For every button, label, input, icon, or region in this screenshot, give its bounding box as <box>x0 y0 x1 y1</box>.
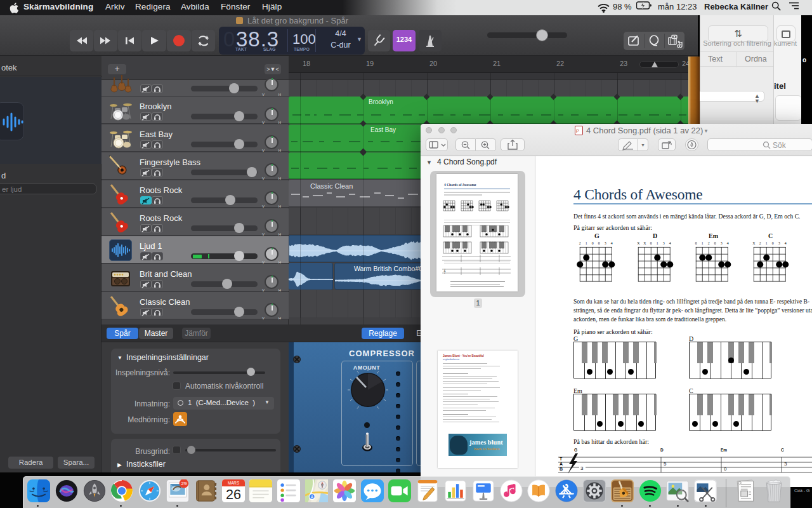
svg-text:3: 3 <box>784 461 787 467</box>
svg-text:0: 0 <box>714 241 716 245</box>
svg-text:X: X <box>752 241 756 245</box>
svg-text:26: 26 <box>226 486 241 502</box>
svg-text:X: X <box>643 241 646 245</box>
svg-text:B: B <box>560 467 563 471</box>
svg-text:3: 3 <box>663 241 665 245</box>
svg-text:2: 2 <box>579 241 581 245</box>
svg-text:0: 0 <box>695 241 697 245</box>
svg-text:0: 0 <box>772 241 774 245</box>
svg-text:MARS: MARS <box>228 481 239 485</box>
svg-text:1: 1 <box>657 241 658 245</box>
svg-text:5: 5 <box>664 461 667 467</box>
svg-text:P: P <box>576 129 579 133</box>
svg-text:A: A <box>560 462 563 466</box>
svg-text:3: 3 <box>778 241 780 245</box>
svg-text:3: 3 <box>580 465 584 471</box>
svg-text:1: 1 <box>586 241 587 245</box>
svg-text:3: 3 <box>721 241 723 245</box>
svg-text:0: 0 <box>650 241 652 245</box>
svg-text:2: 2 <box>708 241 710 245</box>
svg-text:1: 1 <box>766 241 768 245</box>
svg-text:T: T <box>560 457 563 461</box>
svg-text:X: X <box>637 241 640 245</box>
svg-text:3: 3 <box>605 241 606 245</box>
svg-text:29: 29 <box>181 481 187 486</box>
svg-text:0: 0 <box>598 241 600 245</box>
svg-text:4: 4 <box>785 241 787 245</box>
svg-text:1: 1 <box>702 241 704 245</box>
svg-text:4: 4 <box>669 241 671 245</box>
svg-text:2: 2 <box>759 241 761 245</box>
svg-text:0: 0 <box>724 466 727 472</box>
svg-text:𝄞: 𝄞 <box>443 269 446 274</box>
svg-text:4: 4 <box>611 241 613 245</box>
svg-text:0: 0 <box>592 241 594 245</box>
svg-text:4: 4 <box>727 241 729 245</box>
